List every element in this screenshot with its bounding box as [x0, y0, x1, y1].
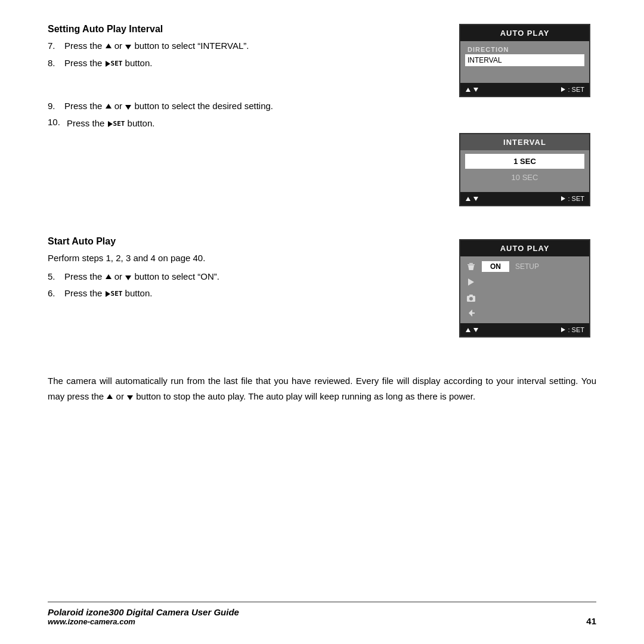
step-text: Press the or button to select the desire… [64, 100, 273, 113]
step-number: 8. [48, 57, 64, 70]
intro-text: Perform steps 1, 2, 3 and 4 on page 40. [48, 252, 417, 265]
down-arrow-icon [473, 88, 478, 92]
down-arrow-icon [127, 395, 133, 400]
step-number: 9. [48, 100, 64, 113]
auto-play-on-section: AUTO PLAY ON SETUP [459, 239, 596, 349]
svg-point-4 [469, 297, 473, 301]
step-text: Press the or button to select “ON”. [64, 270, 219, 284]
right-arrow-icon [108, 121, 113, 127]
svg-rect-5 [469, 295, 473, 296]
set-text: : SET [568, 86, 584, 93]
step-number: 5. [48, 270, 64, 284]
intro-text-content: Perform steps 1, 2, 3 and 4 on page 40. [48, 252, 205, 265]
screen-selected-row: 1 SEC [465, 154, 584, 169]
svg-rect-7 [472, 312, 475, 314]
page-number: 41 [586, 616, 596, 626]
step-number: 7. [48, 39, 64, 53]
interval-screen: INTERVAL 1 SEC 10 SEC [459, 133, 590, 206]
step-number: 6. [48, 287, 64, 301]
footer-nav-right: : SET [561, 326, 584, 333]
play-icon [465, 276, 477, 288]
screen-header: INTERVAL [460, 134, 589, 150]
screen-selected-row: INTERVAL [465, 54, 584, 66]
screen-row: 10 SEC [465, 171, 584, 184]
section-title-autoplay: Start Auto Play [48, 236, 417, 247]
right-arrow-icon [561, 327, 565, 332]
down-arrow-icon [473, 328, 478, 332]
step-number: 10. [48, 117, 67, 127]
set-text: : SET [568, 326, 584, 333]
down-arrow-icon [125, 105, 131, 110]
svg-marker-2 [468, 278, 474, 286]
down-arrow-icon [125, 275, 131, 280]
screen-row-label: DIRECTION [465, 45, 584, 54]
footer-nav-left [465, 328, 479, 332]
set-label: SET [111, 59, 123, 67]
list-item: 7. Press the or button to select “INTERV… [48, 39, 417, 53]
footer-nav-right: : SET [561, 86, 584, 93]
screen-footer: : SET [460, 83, 589, 96]
list-item: 5. Press the or button to select “ON”. [48, 270, 417, 284]
trash-icon [465, 261, 477, 273]
footer-nav-left [465, 88, 479, 92]
right-arrow-icon [561, 196, 565, 201]
footer-brand-section: Polaroid izone300 Digital Camera User Gu… [48, 607, 239, 626]
step-text: Press the SET button. [64, 57, 152, 70]
up-arrow-icon [466, 328, 470, 332]
right-arrow-icon [561, 87, 565, 92]
down-arrow-icon [473, 197, 478, 201]
brand-name: Polaroid izone300 Digital Camera User Gu… [48, 607, 239, 617]
up-arrow-icon [466, 197, 470, 201]
auto-play-on-screen: AUTO PLAY ON SETUP [459, 239, 590, 338]
list-item: 8. Press the SET button. [48, 57, 417, 70]
screen-footer: : SET [460, 192, 589, 205]
set-label: SET [111, 290, 123, 298]
up-arrow-icon [106, 274, 112, 279]
up-arrow-icon [106, 44, 112, 48]
back-icon [465, 307, 477, 319]
right-arrow-icon [106, 291, 110, 297]
step-text: Press the SET button. [64, 287, 152, 301]
list-item: 10. Press the SET button. [48, 117, 417, 131]
up-arrow-icon [466, 88, 470, 92]
step-text: Press the or button to select “INTERVAL”… [64, 39, 249, 53]
up-arrow-icon [106, 104, 112, 109]
up-arrow-icon [107, 394, 113, 399]
screen-footer: : SET [460, 323, 589, 336]
svg-rect-0 [467, 264, 475, 265]
set-text: : SET [568, 195, 584, 202]
screen-header: AUTO PLAY [460, 25, 589, 41]
auto-play-screen: AUTO PLAY DIRECTION INTERVAL : SET [459, 24, 590, 97]
brand-url: www.izone-camera.com [48, 617, 239, 626]
description-paragraph: The camera will automatically run from t… [48, 373, 596, 404]
footer-nav-right: : SET [561, 195, 584, 202]
footer-nav-left [465, 197, 479, 201]
page-footer: Polaroid izone300 Digital Camera User Gu… [48, 602, 596, 626]
down-arrow-icon [125, 45, 131, 49]
set-label: SET [113, 119, 125, 127]
right-arrow-icon [106, 61, 110, 67]
list-item: 6. Press the SET button. [48, 287, 417, 301]
list-item: 9. Press the or button to select the des… [48, 100, 417, 113]
screen-header: AUTO PLAY [460, 240, 589, 256]
section-title-interval: Setting Auto Play Interval [48, 24, 417, 35]
camera-icon [465, 292, 477, 304]
step-text: Press the SET button. [67, 117, 154, 131]
svg-rect-1 [469, 263, 473, 264]
